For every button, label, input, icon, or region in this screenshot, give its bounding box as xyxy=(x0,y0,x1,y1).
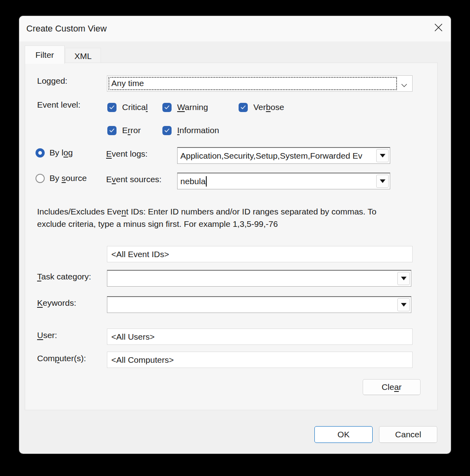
radio-unselected-icon xyxy=(36,174,45,183)
checkmark-icon xyxy=(107,126,117,135)
tab-filter[interactable]: Filter xyxy=(25,45,65,64)
keywords-combobox[interactable] xyxy=(107,296,411,313)
checkbox-warning[interactable]: Warning xyxy=(162,102,208,112)
ok-button-label: OK xyxy=(338,430,350,439)
radio-by-log[interactable]: By log xyxy=(36,148,73,157)
event-sources-combobox[interactable]: nebula xyxy=(177,173,390,189)
logged-label: Logged: xyxy=(37,76,67,86)
close-button[interactable] xyxy=(429,19,448,37)
event-logs-label: Event logs: xyxy=(106,149,148,159)
checkbox-critical[interactable]: Critical xyxy=(107,102,148,112)
user-input[interactable]: <All Users> xyxy=(107,328,413,345)
logged-dropdown[interactable]: Any time xyxy=(107,75,413,92)
create-custom-view-dialog: Create Custom View Filter XML Logged: An… xyxy=(19,16,451,454)
event-sources-dropdown-button[interactable] xyxy=(376,175,389,188)
computers-input[interactable]: <All Computers> xyxy=(107,352,413,368)
dialog-title: Create Custom View xyxy=(26,16,107,41)
event-sources-value: nebula xyxy=(180,173,375,189)
checkbox-verbose[interactable]: Verbose xyxy=(239,102,284,112)
checkbox-label: Error xyxy=(122,126,141,135)
task-category-combobox[interactable] xyxy=(107,270,411,287)
cancel-button-label: Cancel xyxy=(395,430,421,439)
checkmark-icon xyxy=(162,103,172,112)
triangle-down-icon xyxy=(380,154,385,157)
event-logs-dropdown-button[interactable] xyxy=(376,149,389,162)
keywords-label: Keywords: xyxy=(37,298,76,308)
checkmark-icon xyxy=(107,103,117,112)
chevron-down-icon xyxy=(401,82,407,89)
checkbox-information[interactable]: Information xyxy=(162,126,219,135)
event-sources-label: Event sources: xyxy=(106,174,162,185)
logged-value: Any time xyxy=(111,76,144,90)
event-ids-input[interactable]: <All Event IDs> xyxy=(107,246,413,262)
user-label: User: xyxy=(37,330,57,340)
radio-label: By log xyxy=(49,148,73,157)
event-ids-hint-text: Includes/Excludes Event IDs: Enter ID nu… xyxy=(37,205,396,230)
radio-by-source[interactable]: By source xyxy=(36,173,87,183)
task-category-value xyxy=(110,271,396,286)
keywords-value xyxy=(110,297,396,313)
clear-button-label: Clear xyxy=(381,382,401,392)
close-icon xyxy=(434,23,443,33)
keywords-dropdown-button[interactable] xyxy=(397,298,410,311)
radio-label: By source xyxy=(49,173,87,183)
checkbox-label: Verbose xyxy=(253,102,284,112)
triangle-down-icon xyxy=(401,277,407,280)
focus-rectangle xyxy=(109,77,397,90)
event-logs-value: Application,Security,Setup,System,Forwar… xyxy=(180,148,376,163)
text-caret xyxy=(206,176,207,187)
checkbox-label: Information xyxy=(177,126,219,135)
tab-filter-label: Filter xyxy=(36,50,54,60)
title-bar[interactable]: Create Custom View xyxy=(19,16,451,41)
event-logs-combobox[interactable]: Application,Security,Setup,System,Forwar… xyxy=(177,147,390,164)
checkmark-icon xyxy=(162,126,172,135)
filter-tab-panel: Logged: Any time Event level: Critical W… xyxy=(25,63,438,410)
checkbox-error[interactable]: Error xyxy=(107,126,141,135)
task-category-label: Task category: xyxy=(37,271,91,282)
clear-button[interactable]: Clear xyxy=(363,379,421,395)
checkbox-label: Warning xyxy=(177,102,208,112)
ok-button[interactable]: OK xyxy=(314,426,373,443)
radio-selected-icon xyxy=(36,148,45,157)
computers-label: Computer(s): xyxy=(37,353,86,364)
cancel-button[interactable]: Cancel xyxy=(379,426,437,443)
triangle-down-icon xyxy=(380,179,385,183)
checkbox-label: Critical xyxy=(122,102,148,112)
triangle-down-icon xyxy=(401,303,407,307)
task-category-dropdown-button[interactable] xyxy=(397,272,410,285)
tab-xml[interactable]: XML xyxy=(65,48,101,64)
tab-xml-label: XML xyxy=(74,51,91,61)
event-level-label: Event level: xyxy=(37,100,81,110)
checkmark-icon xyxy=(239,103,248,112)
